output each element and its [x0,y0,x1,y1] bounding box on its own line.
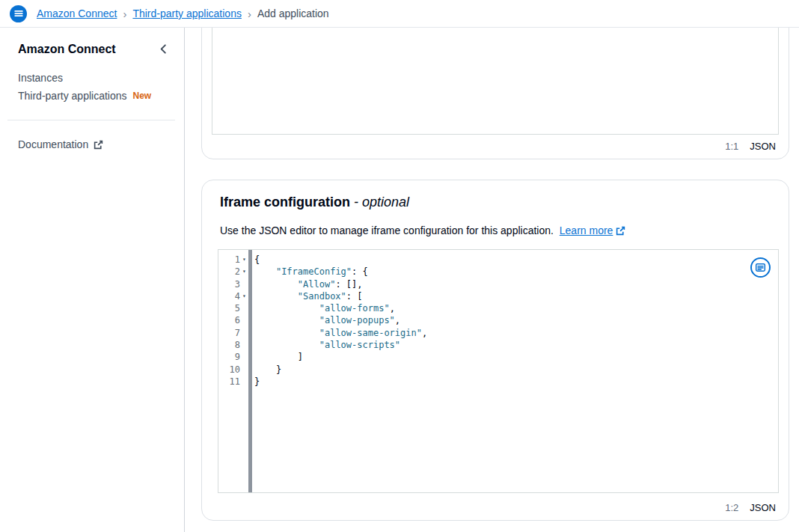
code-punctuation-token: : [], [335,279,362,290]
code-line[interactable]: "Sandbox": [ [254,290,778,302]
card-title-text: Iframe configuration [220,195,350,210]
code-punctuation-token [254,279,298,290]
editor-gutter: 1▾2▾34▾567891011 [218,250,248,492]
code-punctuation-token: } [254,376,260,387]
code-punctuation-token: ] [254,352,303,362]
sidebar: Amazon Connect InstancesThird-party appl… [0,28,185,532]
cursor-position: 1:2 [725,502,738,513]
code-line[interactable]: "allow-forms", [254,302,778,314]
fold-toggle-icon[interactable]: ▾ [240,266,248,278]
gutter-line[interactable]: 1▾ [218,254,248,266]
code-punctuation-token [254,291,298,302]
code-punctuation-token [254,303,319,314]
sidebar-item-third-party-applications[interactable]: Third-party applications [18,90,127,102]
code-line[interactable]: } [254,376,778,388]
fold-toggle-icon[interactable]: ▾ [240,254,248,266]
editor-language: JSON [750,141,776,152]
code-line[interactable]: { [254,254,778,266]
breadcrumb-item[interactable]: Amazon Connect [37,7,117,19]
learn-more-link[interactable]: Learn more [560,224,626,236]
code-string-token: "Allow" [298,279,336,290]
line-number: 6 [235,314,240,326]
line-number: 5 [235,302,240,314]
code-punctuation-token [254,266,276,277]
editor-preferences-button[interactable] [750,257,771,278]
sidebar-header: Amazon Connect [0,42,184,56]
iframe-editor-status-bar: 1:2 JSON [725,502,776,513]
code-line[interactable]: "allow-scripts" [254,339,778,351]
code-punctuation-token [254,328,319,338]
documentation-label: Documentation [18,138,88,150]
line-number: 10 [230,364,240,376]
gutter-line[interactable]: 3 [218,278,248,290]
sidebar-nav-list: InstancesThird-party applicationsNew [0,69,184,105]
code-punctuation-token: { [254,254,260,265]
gutter-line[interactable]: 8 [218,339,248,351]
code-string-token: "allow-forms" [319,303,390,314]
gutter-line[interactable]: 7 [218,327,248,339]
hamburger-menu-button[interactable] [10,5,27,22]
line-number: 7 [235,327,240,339]
code-string-token: "IframeConfig" [276,266,352,277]
iframe-configuration-card: Iframe configuration- optional Use the J… [201,180,789,521]
top-editor-card: 1:1 JSON [201,28,789,159]
code-line[interactable]: } [254,364,778,376]
editor-language: JSON [750,502,776,513]
code-punctuation-token: , [395,315,400,325]
documentation-link[interactable]: Documentation [0,138,184,150]
code-line[interactable]: "allow-popups", [254,314,778,326]
sidebar-item-instances[interactable]: Instances [18,72,63,84]
line-number: 9 [235,351,240,363]
json-code-editor[interactable]: 1▾2▾34▾567891011 { "IframeConfig": { "Al… [218,249,779,493]
external-link-icon [616,226,625,236]
code-line[interactable]: "IframeConfig": { [254,266,778,278]
line-number: 2 [235,266,240,278]
code-punctuation-token [254,340,319,350]
new-badge: New [133,91,152,101]
cursor-position: 1:1 [725,141,738,152]
line-number: 8 [235,339,240,351]
gutter-line[interactable]: 6 [218,314,248,326]
code-punctuation-token [254,315,319,325]
code-punctuation-token: : { [352,266,368,277]
code-punctuation-token: : [ [346,291,363,302]
gutter-line[interactable]: 10 [218,364,248,376]
card-description-text: Use the JSON editor to manage iframe con… [220,224,554,236]
breadcrumb: Amazon Connect›Third-party applications›… [37,7,329,19]
optional-label: - optional [354,195,409,210]
gutter-line[interactable]: 4▾ [218,290,248,302]
top-editor-status-bar: 1:1 JSON [725,141,776,152]
gutter-line[interactable]: 5 [218,302,248,314]
chevron-left-icon [158,43,169,55]
top-navigation-bar: Amazon Connect›Third-party applications›… [0,0,799,28]
code-line[interactable]: "allow-same-origin", [254,327,778,339]
gutter-line[interactable]: 2▾ [218,266,248,278]
main-content: 1:1 JSON Iframe configuration- optional … [185,28,799,532]
gutter-line[interactable]: 11 [218,376,248,388]
code-line[interactable]: "Allow": [], [254,278,778,290]
code-punctuation-token: } [254,364,281,375]
code-punctuation-token: , [422,328,427,338]
breadcrumb-separator-icon: › [248,8,251,19]
code-string-token: "allow-same-origin" [319,328,422,338]
sidebar-item-row: Instances [0,69,184,87]
fold-toggle-icon[interactable]: ▾ [240,290,248,302]
sidebar-item-row: Third-party applicationsNew [0,87,184,105]
card-title: Iframe configuration- optional [220,195,409,210]
sidebar-collapse-button[interactable] [156,42,171,56]
line-number: 3 [235,278,240,290]
breadcrumb-separator-icon: › [123,8,126,19]
sidebar-divider [7,120,175,120]
line-number: 1 [235,254,240,266]
code-string-token: "allow-scripts" [319,340,400,350]
line-number: 4 [235,290,240,302]
breadcrumb-item[interactable]: Third-party applications [132,7,242,19]
card-description: Use the JSON editor to manage iframe con… [220,224,625,236]
top-editor-pane[interactable] [212,28,779,135]
code-line[interactable]: ] [254,351,778,363]
code-punctuation-token: , [390,303,395,314]
editor-code-area[interactable]: { "IframeConfig": { "Allow": [], "Sandbo… [252,250,778,492]
editor-preferences-icon [755,262,766,273]
gutter-line[interactable]: 9 [218,351,248,363]
hamburger-icon [13,8,24,19]
